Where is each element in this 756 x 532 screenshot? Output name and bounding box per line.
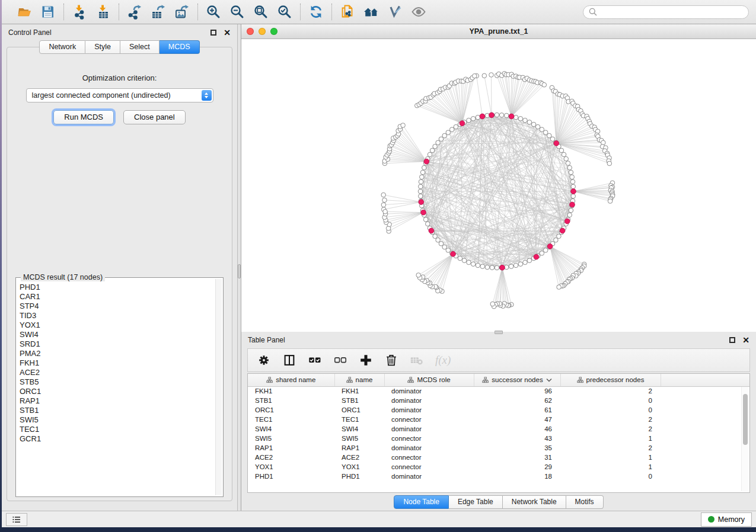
zoom-fit-icon[interactable]: [253, 4, 269, 20]
delete-column-icon[interactable]: [384, 352, 398, 368]
search-box[interactable]: [583, 5, 749, 19]
dominator-node[interactable]: [451, 251, 456, 257]
tab-select[interactable]: Select: [120, 40, 160, 54]
import-table-icon[interactable]: [95, 4, 111, 20]
close-table-panel-icon[interactable]: ✕: [742, 337, 749, 343]
tab-motifs[interactable]: Motifs: [566, 495, 604, 509]
mcds-node-item[interactable]: GCR1: [20, 434, 214, 444]
v-pen-icon[interactable]: [387, 4, 403, 20]
optimization-criterion-select[interactable]: largest connected component (undirected): [26, 88, 213, 102]
mcds-node-item[interactable]: PHD1: [20, 283, 214, 292]
export-image-icon[interactable]: [174, 4, 190, 20]
table-row[interactable]: SWI4SWI4dominator462: [248, 424, 749, 434]
mcds-node-item[interactable]: YOX1: [20, 321, 214, 330]
mcds-result-list[interactable]: PHD1CAR1STP4TID3YOX1SWI4SRD1PMA2FKH1ACE2…: [20, 283, 214, 495]
network-canvas[interactable]: [241, 39, 756, 332]
minimize-window-icon[interactable]: [259, 28, 266, 35]
mcds-node-item[interactable]: ACE2: [20, 368, 214, 377]
mcds-node-item[interactable]: SWI4: [20, 330, 214, 339]
dominator-node[interactable]: [480, 114, 485, 119]
mcds-node-item[interactable]: TID3: [20, 311, 214, 321]
refresh-icon[interactable]: [308, 4, 324, 20]
mcds-node-item[interactable]: STB5: [20, 377, 214, 387]
mcds-node-item[interactable]: CAR1: [20, 292, 214, 302]
close-window-icon[interactable]: [247, 28, 254, 35]
dominator-node[interactable]: [429, 228, 434, 233]
dominator-node[interactable]: [560, 228, 565, 233]
import-network-icon[interactable]: [71, 4, 88, 20]
run-mcds-button[interactable]: Run MCDS: [53, 110, 114, 124]
dominator-node[interactable]: [419, 200, 424, 205]
zoom-selected-icon[interactable]: [276, 4, 293, 20]
table-row[interactable]: YOX1YOX1connector291: [248, 462, 749, 472]
column-header-shared-name[interactable]: shared name: [248, 374, 334, 386]
table-row[interactable]: TEC1TEC1connector472: [248, 415, 749, 424]
open-file-icon[interactable]: [16, 4, 33, 20]
panel-splitter[interactable]: [237, 24, 241, 511]
mcds-node-item[interactable]: TEC1: [20, 425, 214, 434]
scrollbar-thumb[interactable]: [743, 394, 748, 445]
tab-style[interactable]: Style: [85, 40, 120, 54]
select-all-icon[interactable]: [308, 352, 322, 368]
table-row[interactable]: ORC1ORC1dominator610: [248, 405, 749, 415]
gear-icon[interactable]: [257, 352, 271, 368]
save-icon[interactable]: [40, 4, 56, 20]
tab-network-table[interactable]: Network Table: [503, 495, 566, 509]
column-header-predecessor-nodes[interactable]: predecessor nodes: [560, 374, 661, 386]
table-row[interactable]: STB1STB1dominator620: [248, 396, 749, 405]
close-panel-icon[interactable]: ✕: [224, 30, 231, 36]
dominator-node[interactable]: [571, 189, 576, 194]
dominator-node[interactable]: [500, 265, 505, 270]
table-row[interactable]: SWI5SWI5connector431: [248, 434, 749, 443]
table-row[interactable]: FKH1FKH1dominator962: [248, 386, 749, 396]
mcds-node-item[interactable]: PMA2: [20, 349, 214, 358]
dominator-node[interactable]: [460, 121, 465, 126]
column-header-successor-nodes[interactable]: successor nodes: [474, 374, 560, 386]
dominator-node[interactable]: [421, 210, 426, 215]
add-column-icon[interactable]: [359, 352, 373, 368]
mcds-node-item[interactable]: SRD1: [20, 339, 214, 349]
dominator-node[interactable]: [489, 113, 495, 118]
float-table-panel-icon[interactable]: [729, 337, 735, 343]
tab-edge-table[interactable]: Edge Table: [449, 495, 503, 509]
search-input[interactable]: [600, 8, 743, 16]
dominator-node[interactable]: [547, 243, 553, 249]
table-row[interactable]: ACE2ACE2connector311: [248, 453, 749, 462]
close-panel-button[interactable]: Close panel: [123, 110, 186, 124]
mcds-node-item[interactable]: STP4: [20, 302, 214, 311]
column-header-MCDS-role[interactable]: MCDS role: [384, 374, 474, 386]
tab-mcds[interactable]: MCDS: [160, 40, 200, 54]
mcds-node-item[interactable]: STB1: [20, 406, 214, 415]
two-column-icon[interactable]: [282, 352, 296, 368]
table-row[interactable]: RAP1RAP1dominator352: [248, 443, 749, 453]
dominator-node[interactable]: [509, 114, 514, 119]
horizontal-splitter-handle[interactable]: [495, 331, 503, 334]
maximize-window-icon[interactable]: [270, 28, 277, 35]
dominator-node[interactable]: [564, 219, 570, 224]
splitter-handle-icon[interactable]: [238, 264, 241, 278]
home-networks-icon[interactable]: [363, 4, 379, 20]
mcds-node-item[interactable]: FKH1: [20, 358, 214, 368]
mcds-node-item[interactable]: SWI5: [20, 415, 214, 425]
dominator-node[interactable]: [424, 159, 429, 164]
dominator-node[interactable]: [554, 140, 559, 146]
dominator-node[interactable]: [570, 202, 575, 207]
mcds-node-item[interactable]: ORC1: [20, 387, 214, 396]
tab-node-table[interactable]: Node Table: [394, 495, 449, 509]
clone-network-icon[interactable]: [339, 4, 356, 20]
clear-selection-icon[interactable]: [333, 352, 347, 368]
memory-button[interactable]: Memory: [701, 512, 752, 527]
export-table-icon[interactable]: [150, 4, 167, 20]
zoom-in-icon[interactable]: [205, 4, 222, 20]
panel-menu-button[interactable]: [6, 513, 27, 526]
network-graph[interactable]: [241, 39, 756, 332]
zoom-out-icon[interactable]: [229, 4, 245, 20]
show-graphics-icon[interactable]: [410, 4, 427, 20]
dominator-node[interactable]: [534, 254, 539, 259]
tab-network[interactable]: Network: [39, 40, 85, 54]
mcds-node-item[interactable]: RAP1: [20, 396, 214, 406]
float-panel-icon[interactable]: [210, 30, 216, 36]
column-header-name[interactable]: name: [334, 374, 384, 386]
result-list-scrollbar[interactable]: [215, 279, 222, 495]
export-network-icon[interactable]: [126, 4, 143, 20]
